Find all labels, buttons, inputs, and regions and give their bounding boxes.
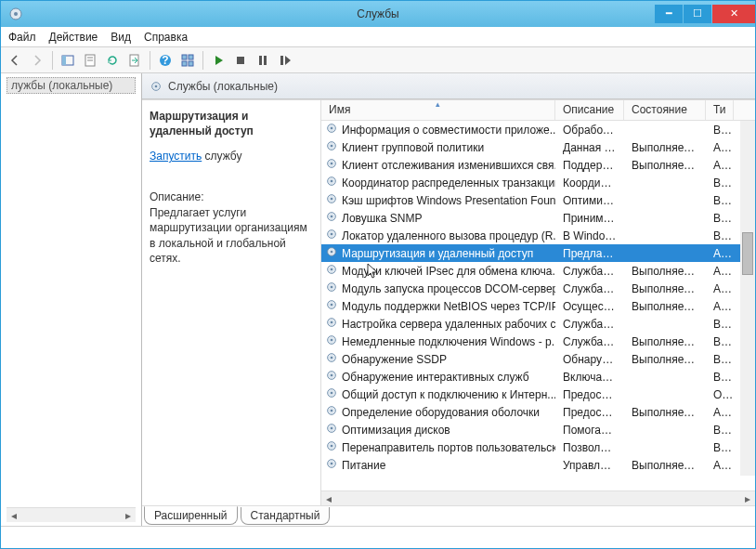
menu-file[interactable]: Файл <box>8 31 36 44</box>
cell-desc: Служба на... <box>555 318 624 331</box>
services-app-icon <box>8 7 23 21</box>
window-title: Службы <box>357 7 398 20</box>
menu-view[interactable]: Вид <box>111 31 131 44</box>
cell-type: Вр <box>706 212 734 225</box>
service-row[interactable]: Маршрутизация и удаленный доступПредлага… <box>321 244 755 262</box>
cell-type: Вр <box>706 194 734 207</box>
refresh-button[interactable] <box>102 50 123 71</box>
service-name-text: Кэш шрифтов Windows Presentation Foun... <box>342 194 555 207</box>
service-row[interactable]: Ловушка SNMPПринимае...Вр <box>321 209 755 227</box>
service-row[interactable]: Клиент отслеживания изменившихся свя...П… <box>321 156 755 174</box>
menubar: Файл Действие Вид Справка <box>1 27 755 47</box>
show-hide-tree-button[interactable] <box>58 50 78 71</box>
hscroll-left-icon[interactable]: ◂ <box>321 491 336 506</box>
start-service-button[interactable] <box>208 50 228 71</box>
service-name-text: Обнаружение интерактивных служб <box>342 371 529 384</box>
cell-name: Питание <box>321 457 555 473</box>
scroll-left-icon[interactable]: ◂ <box>7 508 21 523</box>
cell-type: От <box>706 388 734 401</box>
cell-name: Ловушка SNMP <box>321 210 555 226</box>
forward-button[interactable] <box>27 50 47 71</box>
cell-desc: Обнаружи... <box>555 353 624 366</box>
cell-desc: Помогает ... <box>555 424 624 437</box>
hscroll-right-icon[interactable]: ▸ <box>740 491 755 506</box>
cell-name: Обнаружение интерактивных служб <box>321 369 555 385</box>
col-name[interactable]: Имя▴ <box>321 100 555 120</box>
svg-rect-17 <box>280 56 283 65</box>
titlebar[interactable]: Службы ━ ☐ ✕ <box>1 1 755 27</box>
service-row[interactable]: Настройка сервера удаленных рабочих с...… <box>321 315 755 333</box>
properties-button[interactable] <box>80 50 100 71</box>
service-row[interactable]: Перенаправитель портов пользовательск...… <box>321 438 755 456</box>
tab-standard[interactable]: Стандартный <box>241 507 331 525</box>
cell-desc: Включает ... <box>555 371 624 384</box>
service-row[interactable]: Общий доступ к подключению к Интерн...Пр… <box>321 386 755 403</box>
tab-extended[interactable]: Расширенный <box>144 506 238 525</box>
minimize-button[interactable]: ━ <box>655 5 683 23</box>
cell-name: Определение оборудования оболочки <box>321 404 555 420</box>
service-row[interactable]: Определение оборудования оболочкиПредост… <box>321 403 755 421</box>
service-row[interactable]: Модули ключей IPsec для обмена ключа...С… <box>321 262 755 280</box>
service-row[interactable]: Модуль запуска процессов DCOM-сервераСлу… <box>321 280 755 297</box>
detail-panel: Маршрутизация и удаленный доступ Запусти… <box>142 100 320 505</box>
start-service-link[interactable]: Запустить <box>150 150 202 163</box>
svg-rect-14 <box>237 57 244 64</box>
statusbar <box>1 526 755 548</box>
tree-root-item[interactable]: лужбы (локальные) <box>7 77 136 94</box>
cell-name: Общий доступ к подключению к Интерн... <box>321 386 555 402</box>
tile-button[interactable] <box>177 50 198 71</box>
col-state[interactable]: Состояние <box>624 100 706 120</box>
service-icon <box>325 245 338 261</box>
maximize-button[interactable]: ☐ <box>684 5 711 23</box>
svg-point-53 <box>331 410 333 412</box>
svg-point-39 <box>331 286 333 289</box>
help-button[interactable]: ? <box>155 50 176 71</box>
cell-type: Вр <box>706 441 734 454</box>
sort-asc-icon: ▴ <box>436 100 440 109</box>
service-row[interactable]: Немедленные подключения Windows - р...Сл… <box>321 333 755 350</box>
cell-type: Вр <box>706 124 734 137</box>
scrollbar-thumb[interactable] <box>742 232 753 275</box>
service-icon <box>325 210 338 226</box>
close-button[interactable]: ✕ <box>712 5 755 23</box>
cell-state: Выполняется <box>624 353 706 366</box>
service-row[interactable]: Клиент групповой политикиДанная сл...Вып… <box>321 138 755 156</box>
service-row[interactable]: Кэш шрифтов Windows Presentation Foun...… <box>321 191 755 209</box>
service-row[interactable]: Модуль поддержки NetBIOS через TCP/IPОсу… <box>321 297 755 315</box>
service-row[interactable]: Информация о совместимости приложе...Обр… <box>321 121 755 138</box>
horizontal-scrollbar[interactable]: ◂ ▸ <box>321 490 755 505</box>
service-row[interactable]: Обнаружение SSDPОбнаружи...ВыполняетсяВр <box>321 350 755 368</box>
cell-state: Выполняется <box>624 282 706 295</box>
service-icon <box>325 333 338 349</box>
svg-rect-15 <box>259 56 262 65</box>
restart-service-button[interactable] <box>275 50 295 71</box>
svg-rect-13 <box>189 61 193 66</box>
tree-hscroll[interactable]: ◂ ▸ <box>7 507 136 522</box>
service-row[interactable]: ПитаниеУправляет...ВыполняетсяАв <box>321 456 755 474</box>
cell-desc: Служба IK... <box>555 265 624 278</box>
scroll-right-icon[interactable]: ▸ <box>121 508 136 523</box>
service-icon <box>325 157 338 173</box>
service-name-text: Клиент групповой политики <box>342 141 484 154</box>
cell-type: Вр <box>706 424 734 437</box>
col-startup-type[interactable]: Ти <box>706 100 734 120</box>
cell-type: Ав <box>706 247 734 260</box>
service-name-text: Общий доступ к подключению к Интерн... <box>342 388 555 401</box>
stop-service-button[interactable] <box>230 50 251 71</box>
pause-service-button[interactable] <box>253 50 273 71</box>
service-row[interactable]: Локатор удаленного вызова процедур (R...… <box>321 227 755 244</box>
col-description[interactable]: Описание <box>555 100 624 120</box>
menu-help[interactable]: Справка <box>144 31 188 44</box>
svg-point-27 <box>331 180 333 183</box>
service-row[interactable]: Оптимизация дисковПомогает ...Вр <box>321 421 755 438</box>
service-name-text: Координатор распределенных транзакций <box>342 176 555 190</box>
back-button[interactable] <box>5 50 25 71</box>
view-tabs: Расширенный Стандартный <box>142 505 755 526</box>
service-icon <box>325 369 338 385</box>
service-row[interactable]: Обнаружение интерактивных службВключает … <box>321 368 755 386</box>
export-button[interactable] <box>124 50 145 71</box>
vertical-scrollbar[interactable] <box>740 121 755 476</box>
menu-action[interactable]: Действие <box>49 31 98 44</box>
service-row[interactable]: Координатор распределенных транзакцийКоо… <box>321 174 755 191</box>
cell-type: Ав <box>706 300 734 313</box>
